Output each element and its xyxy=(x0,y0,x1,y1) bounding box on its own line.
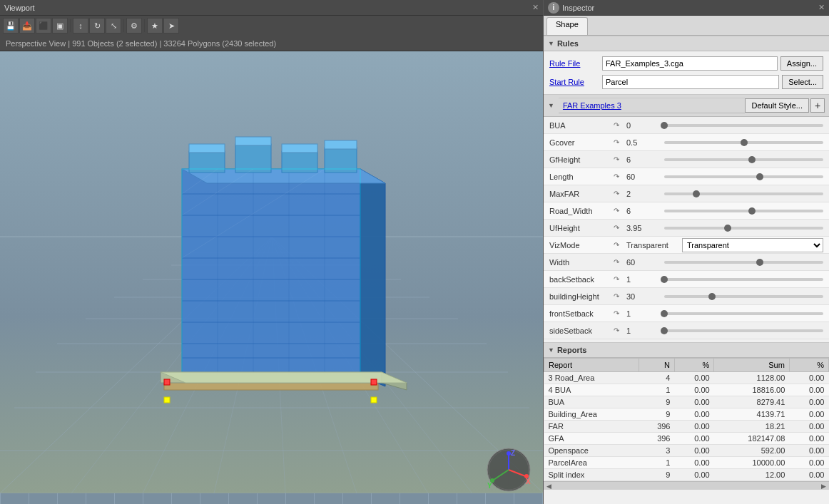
param-name-maxfar: MaxFAR xyxy=(549,190,614,198)
cell-pct2: 0.00 xyxy=(789,445,828,457)
param-slider-frontsetback[interactable] xyxy=(664,312,823,315)
viewport-toolbar: 💾 📥 ⬛ ▣ ↕ ↻ ⤡ ⚙ ★ ➤ xyxy=(0,16,543,36)
param-slider-sidesetback[interactable] xyxy=(664,329,823,332)
toolbar-box-icon[interactable]: ⬛ xyxy=(36,18,51,34)
param-link-icon-ufheight[interactable]: ↷ xyxy=(614,224,625,232)
param-link-icon-sidesetback[interactable]: ↷ xyxy=(614,326,625,334)
toolbar-settings-icon[interactable]: ⚙ xyxy=(126,18,142,34)
param-row-sidesetback: sideSetback ↷ 1 xyxy=(544,322,829,339)
tab-shape[interactable]: Shape xyxy=(546,17,588,35)
toolbar-separator3 xyxy=(144,19,145,32)
toolbar-move-icon[interactable]: ↕ xyxy=(73,18,88,34)
toolbar-scale-icon[interactable]: ⤡ xyxy=(106,18,121,34)
add-style-button[interactable]: + xyxy=(810,98,825,113)
param-name-vizmode: VizMode xyxy=(549,241,614,250)
viewport-title: Viewport xyxy=(4,4,35,12)
cell-pct2: 0.00 xyxy=(789,469,828,481)
svg-rect-42 xyxy=(189,144,225,153)
scroll-right-icon[interactable]: ▶ xyxy=(821,483,826,490)
param-slider-backsetback[interactable] xyxy=(664,278,823,281)
param-row-length: Length ↷ 60 xyxy=(544,168,829,185)
param-link-icon-road-width[interactable]: ↷ xyxy=(614,207,625,215)
svg-point-68 xyxy=(524,474,529,478)
col-header-pct1: % xyxy=(674,359,713,372)
param-slider-length[interactable] xyxy=(664,175,823,178)
scroll-left-icon[interactable]: ◀ xyxy=(546,483,551,490)
select-button[interactable]: Select... xyxy=(782,75,823,89)
param-slider-maxfar[interactable] xyxy=(664,192,823,195)
param-link-icon-buildingheight[interactable]: ↷ xyxy=(614,292,625,300)
inspector-info-icon: i xyxy=(548,2,559,14)
param-value-road-width: 6 xyxy=(625,207,664,215)
table-row: FAR 396 0.00 18.21 0.00 xyxy=(544,421,829,433)
param-slider-gcover[interactable] xyxy=(664,141,823,144)
cell-sum: 18.21 xyxy=(714,421,790,433)
toolbar-rotate-icon[interactable]: ↻ xyxy=(89,18,105,34)
toolbar-separator2 xyxy=(123,19,124,32)
assign-button[interactable]: Assign... xyxy=(780,56,823,71)
param-link-icon-bua[interactable]: ↷ xyxy=(614,121,625,129)
param-slider-road-width[interactable] xyxy=(664,210,823,212)
param-value-length: 60 xyxy=(625,173,664,181)
param-link-icon-width[interactable]: ↷ xyxy=(614,258,625,266)
param-name-ufheight: UfHeight xyxy=(549,224,614,232)
vizmode-dropdown[interactable]: Transparent xyxy=(682,238,823,252)
rule-file-label[interactable]: Rule File xyxy=(549,59,599,68)
far-section-header: ▼ FAR Examples 3 Default Style... + xyxy=(544,94,829,117)
svg-marker-23 xyxy=(360,169,385,386)
start-rule-input[interactable] xyxy=(602,75,779,89)
svg-rect-54 xyxy=(371,379,377,385)
toolbar-save-icon[interactable]: 💾 xyxy=(3,18,19,34)
svg-point-69 xyxy=(490,478,494,483)
inspector-content[interactable]: ▼ Rules Rule File Assign... Start Rule S… xyxy=(544,36,829,504)
param-slider-buildingheight[interactable] xyxy=(664,295,823,298)
svg-point-67 xyxy=(507,451,511,456)
param-slider-bua[interactable] xyxy=(664,124,823,127)
param-link-icon-maxfar[interactable]: ↷ xyxy=(614,190,625,197)
reports-section-title: Reports xyxy=(557,346,587,354)
toolbar-arrow-icon[interactable]: ➤ xyxy=(163,18,179,34)
params-container: BUA ↷ 0 Gcover ↷ 0.5 xyxy=(544,117,829,339)
param-slider-width[interactable] xyxy=(664,261,823,264)
param-row-maxfar: MaxFAR ↷ 2 xyxy=(544,185,829,202)
table-row: GFA 396 0.00 182147.08 0.00 xyxy=(544,433,829,445)
far-section-title[interactable]: FAR Examples 3 xyxy=(559,98,746,113)
far-collapse-icon[interactable]: ▼ xyxy=(548,102,554,109)
cell-pct1: 0.00 xyxy=(674,469,713,481)
toolbar-box2-icon[interactable]: ▣ xyxy=(52,18,68,34)
scrollbar-bottom[interactable]: ◀ ▶ xyxy=(544,481,829,490)
inspector-close-icon[interactable]: ✕ xyxy=(818,3,825,12)
inspector-panel: i Inspector ✕ Shape ▼ Rules Rule File As… xyxy=(544,0,829,504)
param-link-icon-length[interactable]: ↷ xyxy=(614,173,625,180)
start-rule-label[interactable]: Start Rule xyxy=(549,78,599,86)
param-slider-gfheight[interactable] xyxy=(664,158,823,161)
reports-collapse-icon[interactable]: ▼ xyxy=(548,346,554,354)
cell-pct2: 0.00 xyxy=(789,433,828,445)
param-value-sidesetback: 1 xyxy=(625,326,664,335)
param-name-length: Length xyxy=(549,173,614,181)
param-row-frontsetback: frontSetback ↷ 1 xyxy=(544,305,829,322)
param-value-buildingheight: 30 xyxy=(625,292,664,301)
rules-section: Rule File Assign... Start Rule Select... xyxy=(544,51,829,94)
param-slider-ufheight[interactable] xyxy=(664,227,823,230)
rules-collapse-icon[interactable]: ▼ xyxy=(548,40,554,47)
param-name-sidesetback: sideSetback xyxy=(549,326,614,335)
viewport-canvas[interactable]: Z X Y xyxy=(0,51,543,504)
inspector-titlebar: i Inspector ✕ xyxy=(544,0,829,16)
param-link-icon-backsetback[interactable]: ↷ xyxy=(614,275,625,283)
toolbar-star-icon[interactable]: ★ xyxy=(147,18,163,34)
rules-section-header: ▼ Rules xyxy=(544,36,829,51)
param-name-gfheight: GfHeight xyxy=(549,155,614,164)
param-link-icon-vizmode[interactable]: ↷ xyxy=(614,241,625,249)
default-style-button[interactable]: Default Style... xyxy=(745,98,809,113)
table-row: BUA 9 0.00 8279.41 0.00 xyxy=(544,396,829,408)
param-link-icon-frontsetback[interactable]: ↷ xyxy=(614,309,625,317)
viewport-close-icon[interactable]: ✕ xyxy=(532,3,539,12)
rule-file-input[interactable] xyxy=(602,56,778,71)
param-link-icon-gfheight[interactable]: ↷ xyxy=(614,155,625,163)
svg-marker-52 xyxy=(161,372,407,383)
cell-sum: 10000.00 xyxy=(714,457,790,469)
toolbar-import-icon[interactable]: 📥 xyxy=(19,18,35,34)
param-link-icon-gcover[interactable]: ↷ xyxy=(614,138,625,146)
inspector-tabs: Shape xyxy=(544,16,829,36)
